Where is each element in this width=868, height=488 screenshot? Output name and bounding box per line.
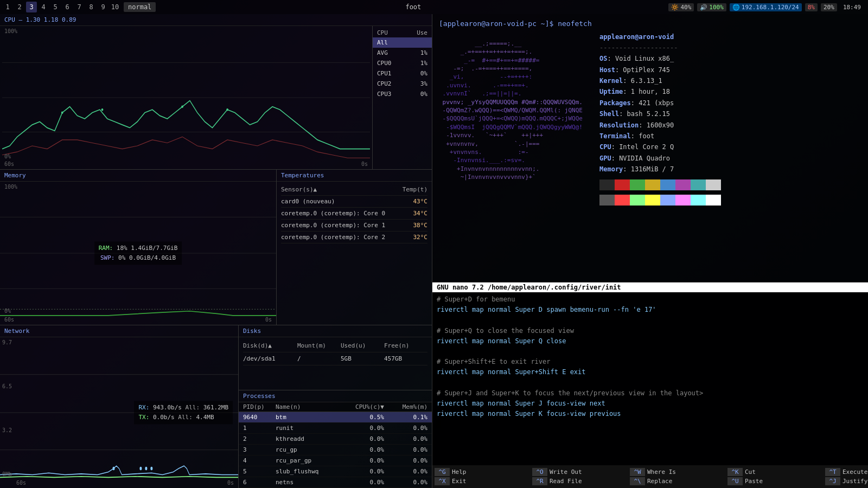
proc-row-2[interactable]: 2 kthreadd 0.0% 0.0%	[239, 434, 432, 445]
nano-editor[interactable]: GNU nano 7.2 /home/applearon/.config/riv…	[432, 282, 868, 488]
temp-val-3: 32°C	[413, 234, 428, 241]
neofetch-logo: __.;=====;.__ _.=+==++=++=+=+===;. _-= #…	[439, 31, 591, 206]
neofetch-content: __.;=====;.__ _.=+==++=++=+=+===;. _-= #…	[439, 31, 868, 206]
color-10	[630, 195, 645, 206]
color-11	[645, 195, 660, 206]
temp-col-temp: Temp(t)	[403, 186, 427, 193]
nano-line-2: riverctl map normal Super D spawn bemenu…	[437, 305, 868, 315]
cpu-row-2[interactable]: CPU2 3%	[373, 79, 432, 89]
color-9	[615, 195, 630, 206]
workspace-4[interactable]: 4	[38, 2, 49, 12]
nano-sc-exit[interactable]: ^X Exit	[435, 477, 532, 485]
nano-label-help: Help	[452, 468, 467, 476]
nano-content[interactable]: # Super+D for bemenu riverctl map normal…	[432, 292, 868, 465]
temp-table: Sensor(s)▲ Temp(t) card0 (nouveau) 43°C …	[277, 182, 432, 325]
temp-val-1: 34°C	[413, 210, 428, 217]
nano-label-justify: Justify	[843, 478, 867, 485]
proc-cpu-4: 0.0%	[341, 457, 384, 464]
workspace-tag: normal	[124, 2, 156, 12]
proc-row-5[interactable]: 5 slub_flushwq 0.0% 0.0%	[239, 466, 432, 477]
svg-point-16	[145, 467, 147, 471]
net-0s: 0s	[227, 480, 234, 486]
rx-all: 361.2MB	[203, 404, 228, 411]
nano-label-execute: Execute	[843, 468, 867, 476]
proc-table-header: PID(p) Name(n) CPU%(c)▼ Mem%(m)	[239, 402, 432, 412]
proc-row-6[interactable]: 6 netns 0.0% 0.0%	[239, 477, 432, 488]
network-y-labels: 9.7 6.5 3.2 0Mb	[2, 339, 12, 477]
workspace-9[interactable]: 9	[98, 2, 108, 12]
battery-indicator: 8%	[805, 3, 818, 11]
nano-shortcuts-row-2: ^X Exit ^R Read File ^\ Replace ^U Paste	[432, 477, 868, 486]
middle-row: Memory RAM:	[0, 170, 432, 325]
cpu-row-1[interactable]: CPU1 0%	[373, 68, 432, 79]
disk-used-0: 5GB	[341, 355, 384, 362]
nano-line-12: riverctl map normal Super K focus-view p…	[437, 409, 868, 419]
workspace-1[interactable]: 1	[2, 2, 13, 12]
mem-60s: 60s	[4, 317, 14, 323]
proc-cpu-0: 0.5%	[341, 414, 384, 421]
cpu-graph-0s: 0s	[361, 161, 368, 167]
net-y-9: 9.7	[2, 339, 12, 345]
proc-row-4[interactable]: 4 rcu_par_gp 0.0% 0.0%	[239, 455, 432, 466]
workspace-10[interactable]: 10	[110, 2, 120, 12]
terminal-panel: [applearon@aron-void-pc ~]$ neofetch __.…	[432, 14, 868, 488]
cpu-row-0[interactable]: CPU0 1%	[373, 58, 432, 68]
cpu-graph-60s: 60s	[4, 161, 14, 167]
cpu-row-all[interactable]: All	[373, 37, 432, 48]
cpu-row-avg[interactable]: AVG 1%	[373, 48, 432, 58]
proc-mem-0: 0.1%	[384, 414, 427, 421]
right-bottom: Disks Disk(d)▲ Mount(m) Used(u) Free(n) …	[239, 325, 432, 488]
temp-row-0: card0 (nouveau) 43°C	[281, 196, 427, 208]
net-y-3: 3.2	[2, 427, 12, 433]
temp-sensor-3: coretemp.0 (coretemp): Core 2	[281, 234, 385, 241]
time-value: 18:49	[843, 4, 861, 11]
active-app: foot	[405, 3, 421, 11]
nano-sc-cut[interactable]: ^K Cut	[727, 468, 825, 476]
color-13	[675, 195, 691, 206]
disk-free-0: 457GB	[384, 355, 427, 362]
btm-panel: CPU — 1.30 1.18 0.89 100%	[0, 14, 432, 488]
color-7	[706, 179, 721, 190]
nf-gpu: GPU: NVIDIA Quadro	[599, 153, 721, 164]
disks-section: Disks Disk(d)▲ Mount(m) Used(u) Free(n) …	[239, 325, 432, 390]
workspace-3[interactable]: 3	[26, 2, 37, 12]
workspace-7[interactable]: 7	[74, 2, 85, 12]
workspace-5[interactable]: 5	[50, 2, 61, 12]
cpu-sidebar-header: CPU Use	[373, 26, 432, 37]
proc-mem-6: 0.0%	[384, 479, 427, 486]
cpu-graph[interactable]: 100%	[0, 26, 372, 169]
terminal-prompt: [applearon@aron-void-pc ~]$ neofetch	[439, 18, 868, 29]
net-y-6: 6.5	[2, 383, 12, 389]
workspace-6[interactable]: 6	[62, 2, 73, 12]
nano-sc-replace[interactable]: ^\ Replace	[630, 477, 727, 485]
cpu-1-label: CPU1	[377, 70, 392, 77]
svg-point-17	[150, 467, 152, 471]
process-table: PID(p) Name(n) CPU%(c)▼ Mem%(m) 9640 btm…	[239, 402, 432, 488]
cpu-row-3[interactable]: CPU3 0%	[373, 89, 432, 99]
proc-row-1[interactable]: 1 runit 0.0% 0.0%	[239, 423, 432, 434]
proc-pid-3: 3	[243, 446, 276, 453]
proc-row-0[interactable]: 9640 btm 0.5% 0.1%	[239, 412, 432, 423]
mem-0pct: 0%	[4, 308, 11, 314]
workspace-2[interactable]: 2	[14, 2, 25, 12]
proc-name-6: netns	[276, 479, 341, 486]
workspace-8[interactable]: 8	[86, 2, 97, 12]
cpu-1-use: 0%	[420, 70, 427, 77]
nano-cursor-line: █	[437, 419, 868, 429]
nano-sc-writeout[interactable]: ^O Write Out	[532, 468, 630, 476]
cpu-all-label: All	[377, 39, 388, 46]
proc-row-3[interactable]: 3 rcu_gp 0.0% 0.0%	[239, 445, 432, 455]
nano-sc-justify[interactable]: ^J Justify	[825, 477, 868, 485]
nano-key-exit: ^X	[435, 477, 450, 485]
nano-line-8: riverctl map normal Super+Shift E exit	[437, 367, 868, 377]
network-header: Network	[0, 325, 238, 337]
nano-sc-paste[interactable]: ^U Paste	[727, 477, 825, 485]
nano-sc-execute[interactable]: ^T Execute	[825, 468, 868, 476]
nano-sc-help[interactable]: ^G Help	[435, 468, 532, 476]
proc-col-pid: PID(p)	[243, 403, 276, 410]
memory-graph-area: RAM: 18% 1.4GiB/7.7GiB SWP: 0% 0.0GiB/4.…	[0, 182, 276, 325]
nano-sc-whereis[interactable]: ^W Where Is	[630, 468, 727, 476]
nano-sc-readfile[interactable]: ^R Read File	[532, 477, 630, 485]
color-3	[645, 179, 660, 190]
proc-pid-4: 4	[243, 457, 276, 464]
